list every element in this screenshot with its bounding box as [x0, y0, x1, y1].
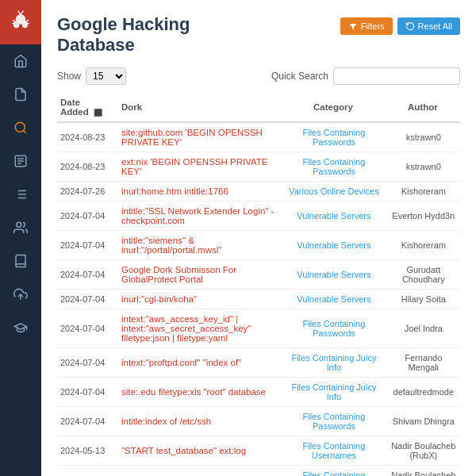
table-row: 2024-07-26 inurl:home.htm intitle:1766 V…: [57, 181, 460, 201]
cell-dork[interactable]: site:.edu filetype:xls "root" database: [118, 377, 281, 406]
dork-link[interactable]: inurl:home.htm intitle:1766: [121, 186, 228, 196]
cell-author: Kishoreram: [387, 181, 460, 201]
show-select[interactable]: 10 15 25 50 100: [86, 67, 126, 85]
sidebar-item-home[interactable]: [0, 44, 41, 78]
cell-author: Gurudatt Choudhary: [387, 259, 460, 289]
topbar: Google Hacking Database Filters Reset Al…: [57, 14, 460, 56]
dork-link[interactable]: intitle:"SSL Network Extender Login" -ch…: [121, 206, 274, 225]
cell-category: Files Containing Usernames: [281, 436, 386, 465]
table-row: 2024-08-23 site:github.com 'BEGIN OPENSS…: [57, 122, 460, 152]
cell-author: kstrawn0: [387, 152, 460, 181]
dork-link[interactable]: site:github.com 'BEGIN OPENSSH PRIVATE K…: [121, 128, 263, 147]
dork-link[interactable]: intitle:"siemens" & inurl:"/portal/porta…: [121, 236, 221, 255]
cell-dork[interactable]: "Header for logs at time" ext:log: [118, 465, 281, 476]
cell-date: 2024-07-26: [57, 181, 118, 201]
cell-dork[interactable]: intext:"proftpd.conf" "index of": [118, 347, 281, 377]
quick-search-row: Quick Search: [271, 67, 460, 85]
svg-point-21: [17, 222, 21, 227]
cell-date: 2024-07-04: [57, 201, 118, 230]
cell-category: Files Containing Juicy Info: [281, 347, 386, 377]
cell-date: 2024-05-13: [57, 465, 118, 476]
dork-link[interactable]: "START test_database" ext:log: [121, 446, 246, 455]
table-row: 2024-05-13 "Header for logs at time" ext…: [57, 465, 460, 476]
sidebar: [0, 0, 41, 476]
cell-date: 2024-07-04: [57, 289, 118, 309]
cell-date: 2024-07-04: [57, 347, 118, 377]
cell-date: 2024-08-23: [57, 152, 118, 181]
dork-link[interactable]: inurl:"cgi-bin/koha": [121, 294, 197, 304]
dork-link[interactable]: site:.edu filetype:xls "root" database: [121, 387, 266, 397]
table-row: 2024-07-04 intitle:"SSL Network Extender…: [57, 201, 460, 230]
cell-category: Vulnerable Servers: [281, 201, 386, 230]
sidebar-item-users[interactable]: [0, 211, 41, 244]
dork-link[interactable]: intext:"proftpd.conf" "index of": [121, 358, 241, 367]
col-header-dork: Dork: [118, 93, 281, 122]
sidebar-item-search[interactable]: [0, 111, 41, 144]
col-header-date: DateAdded ⬛: [57, 93, 118, 122]
table-row: 2024-07-04 intitle:"siemens" & inurl:"/p…: [57, 230, 460, 259]
reset-button[interactable]: Reset All: [397, 17, 460, 35]
data-table: DateAdded ⬛ Dork Category Author 2024-08…: [57, 93, 460, 476]
cell-dork[interactable]: inurl:home.htm intitle:1766: [118, 181, 281, 201]
cell-category: Various Online Devices: [281, 181, 386, 201]
dork-link[interactable]: ext:nix 'BEGIN OPENSSH PRIVATE KEY': [121, 157, 268, 176]
cell-dork[interactable]: intitle:"siemens" & inurl:"/portal/porta…: [118, 230, 281, 259]
table-row: 2024-07-04 intext:"aws_access_key_id" | …: [57, 309, 460, 347]
logo[interactable]: [0, 0, 41, 44]
sidebar-item-upload[interactable]: [0, 278, 41, 311]
quick-search-input[interactable]: [333, 67, 460, 85]
table-row: 2024-07-04 inurl:"cgi-bin/koha" Vulnerab…: [57, 289, 460, 309]
cell-dork[interactable]: Google Dork Submisson For GlobalProtect …: [118, 259, 281, 289]
svg-line-10: [23, 130, 25, 132]
cell-author: Nadir Boulacheb (RubX): [387, 436, 460, 465]
cell-dork[interactable]: ext:nix 'BEGIN OPENSSH PRIVATE KEY': [118, 152, 281, 181]
cell-category: Vulnerable Servers: [281, 230, 386, 259]
dork-link[interactable]: intitle:index of /etc/ssh: [121, 416, 211, 426]
controls-row: Show 10 15 25 50 100 Quick Search: [57, 67, 460, 85]
cell-date: 2024-08-23: [57, 122, 118, 152]
cell-dork[interactable]: inurl:"cgi-bin/koha": [118, 289, 281, 309]
table-row: 2024-05-13 "START test_database" ext:log…: [57, 436, 460, 465]
cell-date: 2024-07-04: [57, 377, 118, 406]
cell-date: 2024-07-04: [57, 259, 118, 289]
svg-line-4: [21, 11, 24, 15]
dork-link[interactable]: Google Dork Submisson For GlobalProtect …: [121, 265, 236, 284]
cell-author: Joel Indra: [387, 309, 460, 347]
cell-category: Files Containing Passwords: [281, 406, 386, 436]
col-header-category: Category: [281, 93, 386, 122]
cell-category: Vulnerable Servers: [281, 259, 386, 289]
sort-icon-date[interactable]: ⬛: [94, 109, 102, 117]
cell-author: defaultredmode: [387, 377, 460, 406]
filters-button[interactable]: Filters: [340, 17, 393, 35]
cell-date: 2024-07-04: [57, 230, 118, 259]
svg-point-9: [15, 122, 25, 132]
table-header-row: DateAdded ⬛ Dork Category Author: [57, 93, 460, 122]
main-content: Google Hacking Database Filters Reset Al…: [41, 0, 476, 476]
table-row: 2024-07-04 intitle:index of /etc/ssh Fil…: [57, 406, 460, 436]
cell-dork[interactable]: intitle:index of /etc/ssh: [118, 406, 281, 436]
cell-date: 2024-05-13: [57, 436, 118, 465]
cell-dork[interactable]: intitle:"SSL Network Extender Login" -ch…: [118, 201, 281, 230]
cell-author: Fernando Mengali: [387, 347, 460, 377]
sidebar-item-list[interactable]: [0, 178, 41, 211]
sidebar-item-grad[interactable]: [0, 311, 41, 344]
dork-link[interactable]: intext:"aws_access_key_id" | intext:"aws…: [121, 314, 251, 343]
cell-category: Files Containing Juicy Info: [281, 377, 386, 406]
cell-dork[interactable]: "START test_database" ext:log: [118, 436, 281, 465]
svg-line-3: [17, 11, 21, 15]
sidebar-item-document[interactable]: [0, 144, 41, 178]
show-row: Show 10 15 25 50 100: [57, 67, 126, 85]
sidebar-item-book[interactable]: [0, 244, 41, 278]
cell-author: Kishoreram: [387, 230, 460, 259]
cell-author: kstrawn0: [387, 122, 460, 152]
cell-author: Shivam Dhingra: [387, 406, 460, 436]
cell-author: Hilary Soita: [387, 289, 460, 309]
table-row: 2024-07-04 Google Dork Submisson For Glo…: [57, 259, 460, 289]
cell-dork[interactable]: intext:"aws_access_key_id" | intext:"aws…: [118, 309, 281, 347]
sidebar-item-files[interactable]: [0, 78, 41, 111]
topbar-actions: Filters Reset All: [340, 17, 460, 35]
table-row: 2024-07-04 site:.edu filetype:xls "root"…: [57, 377, 460, 406]
cell-category: Vulnerable Servers: [281, 289, 386, 309]
cell-dork[interactable]: site:github.com 'BEGIN OPENSSH PRIVATE K…: [118, 122, 281, 152]
cell-author: Nadir Boulacheb (RubX): [387, 465, 460, 476]
